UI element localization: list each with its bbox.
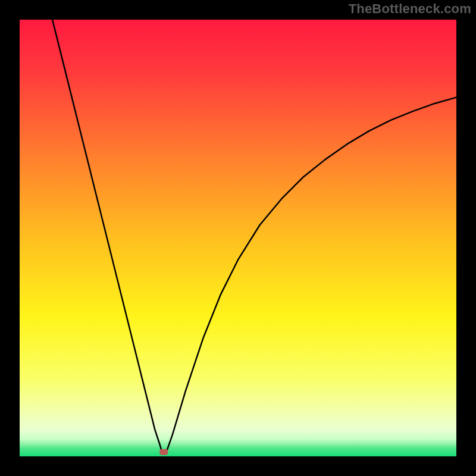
plot-area (20, 20, 456, 456)
curve-layer (20, 20, 456, 456)
chart-stage: TheBottleneck.com (0, 0, 476, 476)
bottleneck-curve (52, 20, 456, 452)
optimum-marker (159, 449, 168, 455)
watermark-text: TheBottleneck.com (349, 1, 471, 17)
